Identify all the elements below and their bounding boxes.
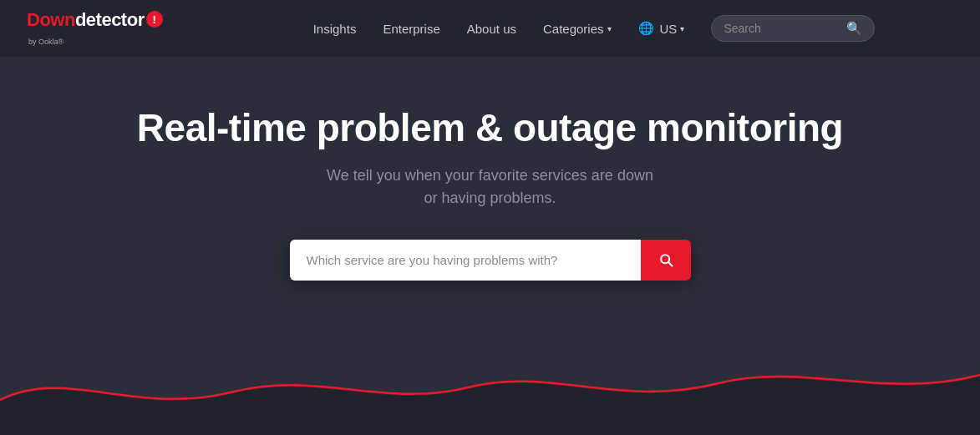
nav-categories-label: Categories: [543, 22, 604, 36]
header: Downdetector ! by Ookla® Insights Enterp…: [0, 0, 980, 57]
globe-icon: 🌐: [638, 21, 654, 36]
hero-subtitle-line1: We tell you when your favorite services …: [327, 167, 653, 184]
nav-locale-label: US: [660, 22, 678, 36]
hero-subtitle: We tell you when your favorite services …: [327, 164, 653, 210]
wave-decoration: [0, 301, 980, 435]
logo[interactable]: Downdetector ! by Ookla®: [27, 11, 163, 46]
logo-subtitle: by Ookla®: [28, 38, 163, 46]
search-icon[interactable]: 🔍: [846, 21, 862, 36]
nav-search-bar[interactable]: 🔍: [711, 15, 875, 42]
main-nav: Insights Enterprise About us Categories …: [313, 15, 953, 42]
nav-locale[interactable]: 🌐 US ▾: [638, 21, 685, 36]
hero-section: Real-time problem & outage monitoring We…: [0, 57, 980, 281]
hero-subtitle-line2: or having problems.: [424, 190, 556, 206]
hero-title: Real-time problem & outage monitoring: [137, 107, 843, 149]
nav-search-input[interactable]: [724, 22, 840, 35]
logo-badge: !: [146, 11, 163, 28]
nav-categories[interactable]: Categories ▾: [543, 22, 612, 36]
hero-search-button[interactable]: [641, 240, 691, 281]
hero-search-bar: [290, 240, 691, 281]
search-icon: [658, 251, 674, 268]
nav-about-us[interactable]: About us: [467, 22, 516, 36]
nav-enterprise[interactable]: Enterprise: [383, 22, 439, 36]
chevron-down-icon: ▾: [607, 24, 612, 33]
hero-search-input[interactable]: [290, 240, 641, 281]
logo-down: Down: [27, 9, 75, 30]
logo-detector: detector: [75, 9, 145, 30]
chevron-down-icon-locale: ▾: [680, 24, 684, 33]
nav-insights[interactable]: Insights: [313, 22, 357, 36]
